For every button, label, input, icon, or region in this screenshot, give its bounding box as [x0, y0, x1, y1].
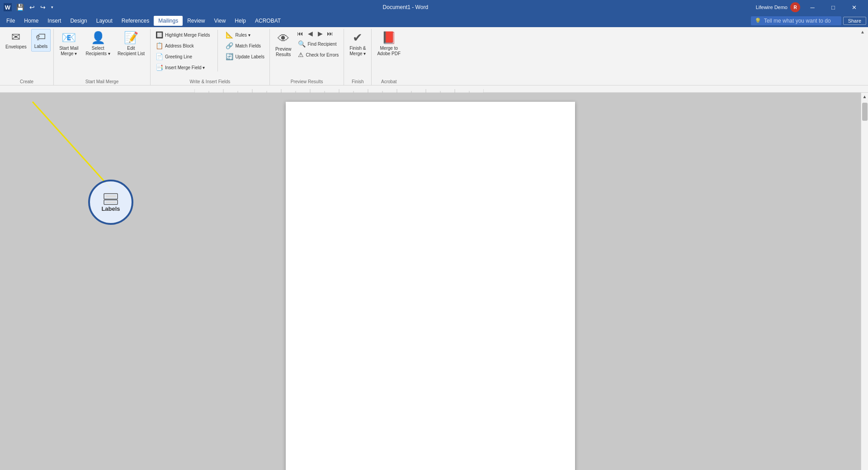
ribbon-collapse-button[interactable]: ▲ — [859, 28, 866, 35]
scroll-thumb[interactable] — [862, 103, 868, 121]
acrobat-group-content: 📕 Merge toAdobe PDF — [374, 29, 403, 85]
address-block-label: Address Block — [165, 43, 194, 48]
finish-merge-icon: ✔ — [353, 31, 363, 45]
title-bar-right: Lifewire Demo R ─ □ ✕ — [756, 0, 864, 14]
svg-line-23 — [33, 102, 112, 190]
preview-results-top: 👁 PreviewResults ⏮ ◀ ▶ ⏭ 🔍 Find Recipien… — [273, 29, 341, 60]
insert-merge-field-button[interactable]: 📑 Insert Merge Field ▾ — [153, 62, 212, 72]
window-controls[interactable]: ─ □ ✕ — [802, 0, 864, 14]
title-bar-left: W 💾 ↩ ↪ ▾ — [4, 3, 55, 12]
ruler — [0, 85, 868, 93]
match-fields-button[interactable]: 🔗 Match Fields — [223, 41, 267, 51]
maximize-button[interactable]: □ — [823, 0, 844, 14]
menu-file[interactable]: File — [2, 16, 19, 26]
preview-nav: ⏮ ◀ ▶ ⏭ 🔍 Find Recipient ⚠ Check for Err… — [296, 29, 341, 60]
first-record-button[interactable]: ⏮ — [296, 29, 305, 38]
finish-merge-button[interactable]: ✔ Finish &Merge ▾ — [347, 29, 368, 58]
start-mail-merge-label: Start MailMerge ▾ — [59, 46, 78, 57]
edit-recipient-list-button[interactable]: 📝 EditRecipient List — [115, 29, 147, 58]
next-record-button[interactable]: ▶ — [316, 29, 325, 38]
window-title: Document1 - Word — [55, 4, 756, 10]
scroll-up-button[interactable]: ▲ — [861, 93, 868, 100]
create-group-content: ✉ Envelopes 🏷 Labels — [3, 29, 51, 85]
select-recipients-button[interactable]: 👤 SelectRecipients ▾ — [83, 29, 113, 58]
start-mail-merge-group-label: Start Mail Merge — [54, 79, 150, 84]
search-placeholder: Tell me what you want to do — [764, 18, 831, 24]
quick-access-toolbar[interactable]: 💾 ↩ ↪ ▾ — [14, 3, 55, 12]
ribbon-group-preview-results: 👁 PreviewResults ⏮ ◀ ▶ ⏭ 🔍 Find Recipien… — [270, 29, 344, 85]
minimize-button[interactable]: ─ — [802, 0, 823, 14]
menu-layout[interactable]: Layout — [92, 16, 117, 26]
update-labels-icon: 🔄 — [226, 53, 233, 60]
greeting-line-button[interactable]: 📄 Greeting Line — [153, 52, 212, 62]
prev-record-button[interactable]: ◀ — [306, 29, 315, 38]
undo-icon[interactable]: ↩ — [28, 3, 37, 12]
merge-to-pdf-button[interactable]: 📕 Merge toAdobe PDF — [374, 29, 403, 58]
check-for-errors-label: Check for Errors — [306, 52, 339, 57]
finish-group-content: ✔ Finish &Merge ▾ — [347, 29, 368, 85]
find-recipient-icon: 🔍 — [298, 40, 306, 47]
write-insert-left: 🔲 Highlight Merge Fields 📋 Address Block… — [153, 29, 212, 72]
envelopes-button[interactable]: ✉ Envelopes — [3, 29, 29, 52]
username-label: Lifewire Demo — [756, 5, 788, 10]
match-fields-label: Match Fields — [235, 43, 261, 48]
menu-references[interactable]: References — [117, 16, 154, 26]
start-mail-merge-icon: 📧 — [61, 31, 76, 45]
menu-bar-right: 💡 Tell me what you want to do Share — [751, 16, 866, 25]
check-for-errors-icon: ⚠ — [298, 51, 304, 58]
ribbon: ▲ ✉ Envelopes 🏷 Labels Create 📧 Start Ma… — [0, 27, 868, 85]
menu-insert[interactable]: Insert — [43, 16, 66, 26]
labels-label: Labels — [34, 44, 47, 49]
annotation-label-text: Labels — [101, 205, 120, 212]
last-record-button[interactable]: ⏭ — [326, 29, 335, 38]
menu-mailings[interactable]: Mailings — [154, 16, 183, 26]
merge-to-pdf-icon: 📕 — [382, 31, 396, 45]
update-labels-button[interactable]: 🔄 Update Labels — [223, 52, 267, 62]
preview-nav-buttons: ⏮ ◀ ▶ ⏭ — [296, 29, 341, 38]
word-icon: W — [4, 3, 12, 11]
ribbon-group-write-insert: 🔲 Highlight Merge Fields 📋 Address Block… — [151, 29, 270, 85]
envelopes-icon: ✉ — [11, 31, 20, 43]
insert-merge-field-label: Insert Merge Field ▾ — [165, 65, 205, 70]
ribbon-group-finish: ✔ Finish &Merge ▾ Finish — [344, 29, 372, 85]
scroll-track[interactable] — [861, 100, 868, 469]
menu-acrobat[interactable]: ACROBAT — [250, 16, 285, 26]
ruler-svg — [194, 85, 484, 93]
menu-help[interactable]: Help — [230, 16, 250, 26]
merge-to-pdf-label: Merge toAdobe PDF — [377, 46, 401, 57]
annotation-circle: Labels — [88, 180, 133, 225]
menu-design[interactable]: Design — [66, 16, 91, 26]
edit-recipient-list-icon: 📝 — [124, 31, 138, 45]
vertical-scrollbar[interactable]: ▲ ▼ — [861, 93, 868, 470]
address-block-button[interactable]: 📋 Address Block — [153, 41, 212, 51]
rules-button[interactable]: 📐 Rules ▾ — [223, 30, 267, 40]
labels-icon: 🏷 — [36, 31, 46, 43]
address-block-icon: 📋 — [156, 42, 163, 49]
quickaccess-dropdown-icon[interactable]: ▾ — [49, 4, 55, 10]
menu-home[interactable]: Home — [19, 16, 43, 26]
menu-review[interactable]: Review — [183, 16, 209, 26]
select-recipients-icon: 👤 — [91, 31, 105, 45]
ribbon-group-acrobat: 📕 Merge toAdobe PDF Acrobat — [372, 29, 406, 85]
preview-results-button[interactable]: 👁 PreviewResults — [273, 30, 294, 59]
share-button[interactable]: Share — [843, 17, 866, 25]
write-insert-right: 📐 Rules ▾ 🔗 Match Fields 🔄 Update Labels — [223, 29, 267, 62]
search-box[interactable]: 💡 Tell me what you want to do — [751, 16, 841, 25]
find-recipient-button[interactable]: 🔍 Find Recipient — [296, 39, 341, 49]
save-icon[interactable]: 💾 — [14, 3, 26, 12]
rules-label: Rules ▾ — [235, 33, 250, 38]
labels-button[interactable]: 🏷 Labels — [31, 29, 51, 52]
annotation-labels-content: Labels — [101, 193, 120, 212]
edit-recipient-list-label: EditRecipient List — [118, 46, 145, 57]
finish-merge-label: Finish &Merge ▾ — [349, 46, 366, 57]
highlight-merge-fields-button[interactable]: 🔲 Highlight Merge Fields — [153, 30, 212, 40]
close-button[interactable]: ✕ — [844, 0, 864, 14]
redo-icon[interactable]: ↪ — [38, 3, 47, 12]
svg-rect-24 — [104, 194, 118, 199]
preview-results-group-label: Preview Results — [270, 79, 344, 84]
check-for-errors-button[interactable]: ⚠ Check for Errors — [296, 50, 341, 60]
word-page[interactable] — [286, 102, 575, 470]
preview-results-icon: 👁 — [278, 32, 289, 46]
start-mail-merge-button[interactable]: 📧 Start MailMerge ▾ — [57, 29, 81, 58]
menu-view[interactable]: View — [210, 16, 231, 26]
